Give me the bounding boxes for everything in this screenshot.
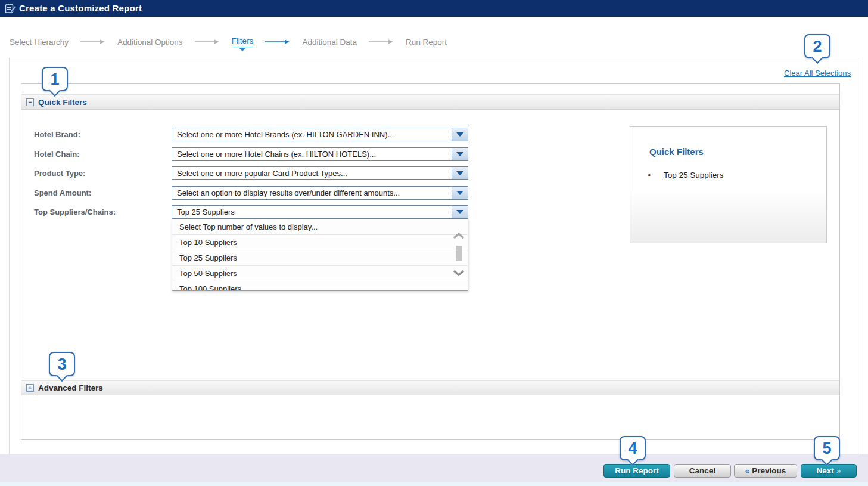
summary-item-text: Top 25 Suppliers: [664, 171, 724, 179]
chevron-up-icon[interactable]: [452, 231, 465, 242]
triangle-down-icon: [456, 171, 463, 175]
collapse-minus-icon[interactable]: −: [26, 98, 34, 106]
previous-button[interactable]: «Previous: [734, 464, 797, 478]
wizard-step-filters[interactable]: Filters: [232, 36, 254, 47]
list-item[interactable]: Top 100 Suppliers: [172, 281, 468, 291]
dropdown-arrow-button[interactable]: [452, 206, 468, 218]
hotel-chain-dropdown[interactable]: Select one or more Hotel Chains (ex. HIL…: [172, 147, 468, 161]
list-item[interactable]: Top 25 Suppliers: [172, 250, 468, 266]
top-suppliers-chains-label: Top Suppliers/Chains:: [34, 208, 116, 216]
list-item[interactable]: Select Top number of values to display..…: [172, 219, 468, 235]
bottom-strip: [0, 482, 868, 486]
quick-filters-summary-panel: Quick Filters ▪Top 25 Suppliers: [630, 126, 827, 243]
wizard-step-additional-data[interactable]: Additional Data: [302, 38, 357, 47]
dropdown-arrow-button[interactable]: [452, 167, 468, 179]
hotel-chain-label: Hotel Chain:: [34, 150, 80, 159]
run-report-button[interactable]: Run Report: [603, 464, 670, 478]
previous-button-label: Previous: [752, 466, 786, 475]
summary-item: ▪Top 25 Suppliers: [648, 171, 723, 179]
list-item[interactable]: Top 10 Suppliers: [172, 235, 468, 250]
wizard-breadcrumb: Select Hierarchy Additional Options Filt…: [10, 36, 447, 47]
cancel-button[interactable]: Cancel: [674, 464, 731, 478]
window-title-bar: Create a Customized Report: [0, 0, 868, 17]
page-title: Create a Customized Report: [19, 0, 142, 17]
spend-amount-dropdown[interactable]: Select an option to display results over…: [172, 186, 468, 200]
wizard-step-run-report[interactable]: Run Report: [406, 38, 447, 47]
next-button-label: Next: [817, 466, 834, 475]
spend-amount-value: Select an option to display results over…: [172, 187, 452, 199]
triangle-down-icon: [456, 191, 463, 195]
chevron-right-icon: »: [836, 466, 841, 475]
advanced-filters-section-header[interactable]: + Advanced Filters: [21, 380, 839, 395]
quick-filters-section-header[interactable]: − Quick Filters: [21, 94, 839, 110]
scrollbar-thumb[interactable]: [456, 246, 462, 261]
report-edit-icon: [5, 3, 17, 17]
callout-badge-2: 2: [804, 34, 830, 58]
expand-plus-icon[interactable]: +: [26, 384, 34, 392]
arrow-right-active-icon: [265, 39, 290, 45]
arrow-right-icon: [80, 39, 105, 45]
quick-filters-section-title: Quick Filters: [38, 98, 87, 107]
callout-badge-1: 1: [42, 67, 68, 91]
chevron-down-icon[interactable]: [452, 268, 465, 279]
top-suppliers-value: Top 25 Suppliers: [172, 206, 452, 218]
product-type-dropdown[interactable]: Select one or more popular Card Product …: [172, 166, 468, 180]
callout-badge-4: 4: [620, 436, 646, 460]
wizard-step-select-hierarchy[interactable]: Select Hierarchy: [10, 38, 69, 47]
callout-badge-3: 3: [49, 352, 75, 376]
list-item[interactable]: Top 50 Suppliers: [172, 266, 468, 281]
spend-amount-label: Spend Amount:: [34, 188, 91, 197]
wizard-step-additional-options[interactable]: Additional Options: [117, 38, 183, 47]
advanced-filters-section-title: Advanced Filters: [38, 383, 103, 392]
dropdown-scrollbar[interactable]: [452, 219, 466, 290]
next-button[interactable]: Next»: [801, 464, 857, 478]
hotel-brand-dropdown[interactable]: Select one or more Hotel Brands (ex. HIL…: [172, 128, 468, 141]
arrow-right-icon: [195, 39, 220, 45]
callout-badge-5: 5: [814, 436, 840, 460]
hotel-brand-value: Select one or more Hotel Brands (ex. HIL…: [172, 128, 452, 141]
bullet-icon: ▪: [648, 171, 651, 178]
summary-title: Quick Filters: [649, 147, 704, 157]
chevron-left-icon: «: [745, 466, 750, 475]
arrow-right-icon: [369, 39, 394, 45]
triangle-down-icon: [456, 132, 463, 137]
product-type-label: Product Type:: [34, 169, 85, 178]
dropdown-arrow-button[interactable]: [452, 148, 468, 160]
hotel-brand-label: Hotel Brand:: [34, 130, 80, 139]
dropdown-arrow-button[interactable]: [452, 187, 468, 199]
create-customized-report-page: Create a Customized Report Select Hierar…: [0, 0, 868, 486]
triangle-down-icon: [456, 152, 463, 156]
clear-all-selections-link[interactable]: Clear All Selections: [784, 69, 851, 78]
product-type-value: Select one or more popular Card Product …: [172, 167, 452, 179]
hotel-chain-value: Select one or more Hotel Chains (ex. HIL…: [172, 148, 452, 160]
top-suppliers-dropdown[interactable]: Top 25 Suppliers: [172, 205, 468, 219]
dropdown-arrow-button[interactable]: [452, 128, 468, 141]
top-suppliers-options-list: Select Top number of values to display..…: [172, 219, 468, 291]
triangle-down-icon: [456, 210, 463, 214]
